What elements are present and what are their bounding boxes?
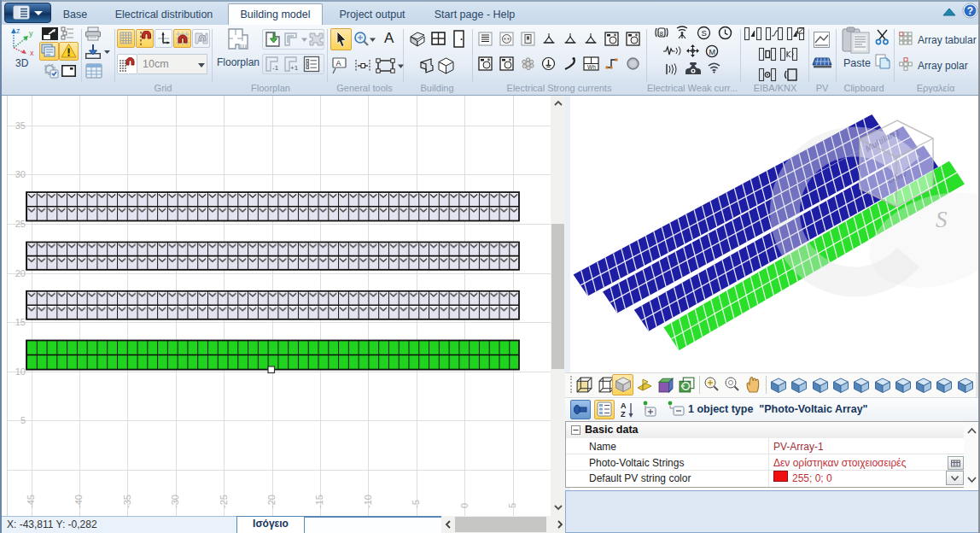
svg-text:25: 25 <box>15 219 26 229</box>
svg-text:-1: -1 <box>272 64 279 72</box>
svg-text:z: z <box>16 26 20 35</box>
svg-text:-35: -35 <box>122 495 132 508</box>
svg-text:x: x <box>30 49 34 57</box>
svg-text:?: ? <box>967 5 973 17</box>
svg-text:M: M <box>709 48 716 56</box>
svg-text:30: 30 <box>15 169 26 179</box>
svg-text:-40: -40 <box>73 495 84 508</box>
svg-text:A: A <box>621 401 627 410</box>
svg-text:Wh: Wh <box>587 64 596 70</box>
svg-text:-45: -45 <box>26 495 36 508</box>
svg-text:5: 5 <box>507 503 517 508</box>
svg-text:-10: -10 <box>363 495 373 508</box>
svg-text:-30: -30 <box>170 495 180 508</box>
svg-text:Z: Z <box>621 410 626 419</box>
svg-text:y: y <box>29 29 33 38</box>
svg-text:A: A <box>336 59 341 67</box>
svg-text:+1: +1 <box>290 64 299 72</box>
svg-text:-5: -5 <box>411 500 421 508</box>
svg-text:-15: -15 <box>314 495 324 508</box>
svg-text:-20: -20 <box>266 495 277 508</box>
svg-text:35: 35 <box>15 120 26 131</box>
svg-text:15: 15 <box>15 317 26 327</box>
svg-text:-25: -25 <box>219 495 229 508</box>
svg-text:S: S <box>702 28 707 38</box>
svg-text:8: 8 <box>660 30 664 38</box>
svg-text:0: 0 <box>459 503 470 508</box>
svg-text:5: 5 <box>20 415 26 425</box>
svg-text:10: 10 <box>15 366 26 377</box>
svg-text:20: 20 <box>15 268 26 278</box>
svg-text:S: S <box>936 207 948 232</box>
